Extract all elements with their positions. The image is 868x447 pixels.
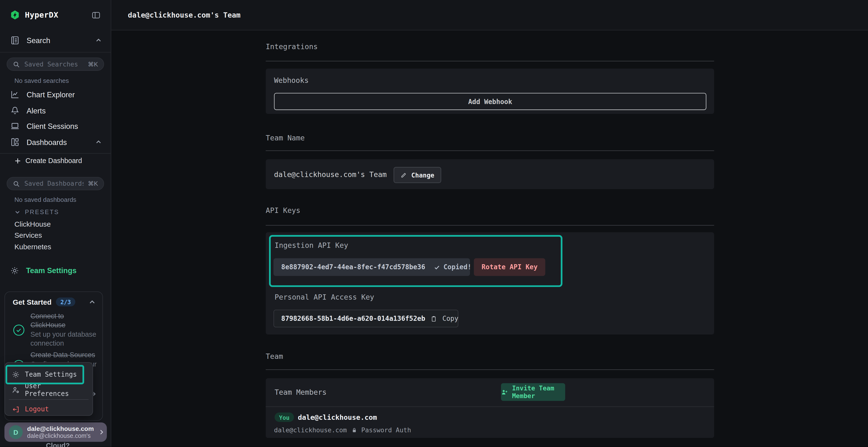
preset-services[interactable]: Services — [14, 231, 42, 239]
copied-label: Copied! — [443, 263, 471, 271]
member-details: dale@clickhouse.com Password Auth — [274, 426, 411, 434]
add-webhook-button[interactable]: Add Webhook — [274, 93, 706, 110]
search-icon — [13, 180, 20, 187]
avatar: D — [9, 425, 23, 439]
notebook-icon — [10, 35, 20, 45]
presets-label: PRESETS — [25, 209, 59, 215]
chevron-right-icon — [98, 429, 104, 435]
menu-divider — [9, 399, 89, 400]
get-started-title: Get Started — [13, 298, 52, 306]
row-divider — [266, 407, 714, 407]
no-saved-dashboards-text: No saved dashboards — [14, 196, 76, 203]
app-window: HyperDX Search ⌘K No saved searches — [0, 0, 868, 447]
saved-searches-search[interactable]: ⌘K — [7, 58, 104, 71]
change-team-name-button[interactable]: Change — [394, 167, 441, 183]
section-rule — [266, 225, 714, 226]
section-rule — [266, 61, 714, 61]
team-members-label: Team Members — [275, 388, 327, 397]
sidebar-item-label: Chart Explorer — [27, 90, 75, 99]
saved-dashboards-input[interactable] — [23, 179, 84, 188]
team-name-card: dale@clickhouse.com's Team Change — [266, 159, 714, 189]
ingestion-key-chip[interactable]: 8e887902-4ed7-44ea-8fec-f47cd578be36 Cop… — [273, 258, 470, 276]
sidebar-item-dashboards[interactable]: Dashboards — [10, 137, 102, 147]
pencil-icon — [400, 171, 407, 179]
copy-label: Copy — [442, 314, 458, 322]
chart-line-icon — [10, 90, 20, 100]
integrations-heading: Integrations — [266, 43, 318, 51]
sidebar-item-label: Search — [27, 36, 50, 44]
account-chip[interactable]: D dale@clickhouse.com dale@clickhouse.co… — [4, 422, 107, 442]
personal-key-chip[interactable]: 87982668-58b1-4d6e-a620-014a136f52eb Cop… — [273, 310, 458, 327]
member-name: dale@clickhouse.com — [298, 413, 377, 421]
team-members-card: Team Members Invite Team Member You dale… — [266, 378, 714, 438]
no-saved-searches-text: No saved searches — [14, 77, 69, 84]
check-circle-icon — [13, 324, 25, 336]
logout-icon — [11, 405, 20, 413]
invite-label: Invite Team Member — [512, 384, 565, 400]
saved-searches-input[interactable] — [23, 60, 84, 69]
app-logo: HyperDX — [10, 10, 58, 20]
saved-dashboards-search[interactable]: ⌘K — [7, 177, 104, 190]
invite-team-member-button[interactable]: Invite Team Member — [501, 383, 565, 401]
progress-badge: 2/3 — [56, 298, 75, 306]
get-started-partial-text: Cloud? — [46, 442, 70, 447]
member-email: dale@clickhouse.com — [274, 426, 347, 434]
laptop-icon — [10, 121, 20, 131]
app-brand: HyperDX — [25, 10, 58, 20]
sidebar-divider — [0, 153, 111, 153]
gear-icon — [11, 370, 20, 378]
chevron-down-icon — [14, 209, 21, 215]
sidebar-collapse-icon[interactable] — [91, 10, 101, 20]
get-started-step-connect[interactable]: Connect to ClickHouse Set up your databa… — [13, 312, 98, 348]
sidebar-item-label: Client Sessions — [27, 122, 78, 130]
personal-key-value: 87982668-58b1-4d6e-a620-014a136f52eb — [281, 314, 425, 322]
sidebar-item-label: Alerts — [27, 106, 45, 115]
sidebar: HyperDX Search ⌘K No saved searches — [0, 0, 111, 447]
menu-item-logout[interactable]: Logout — [5, 402, 93, 417]
plus-icon — [14, 158, 21, 164]
get-started-header[interactable]: Get Started 2/3 — [5, 292, 102, 309]
sidebar-item-chart-explorer[interactable]: Chart Explorer — [10, 90, 102, 100]
webhooks-card: Webhooks Add Webhook — [266, 69, 714, 114]
sidebar-divider — [0, 52, 111, 53]
team-name-heading: Team Name — [266, 134, 305, 142]
check-icon — [434, 264, 440, 270]
user-plus-icon — [501, 388, 508, 396]
gear-icon — [10, 266, 19, 275]
preset-kubernetes[interactable]: Kubernetes — [14, 243, 51, 251]
search-icon — [13, 61, 20, 68]
team-settings-label: Team Settings — [26, 267, 77, 275]
dashboard-grid-icon — [10, 137, 20, 147]
team-settings-content: Integrations Webhooks Add Webhook Team N… — [266, 30, 714, 447]
team-heading: Team — [266, 352, 283, 360]
step-title: Connect to ClickHouse — [30, 312, 98, 330]
rotate-api-key-button[interactable]: Rotate API Key — [474, 258, 545, 276]
sidebar-item-alerts[interactable]: Alerts — [10, 106, 102, 115]
clipboard-icon — [430, 315, 437, 322]
sidebar-item-team-settings[interactable]: Team Settings — [10, 266, 76, 275]
menu-item-label: Team Settings — [25, 370, 77, 378]
ingestion-key-value: 8e887902-4ed7-44ea-8fec-f47cd578be36 — [281, 263, 425, 271]
ingestion-key-label: Ingestion API Key — [275, 241, 348, 249]
presets-toggle[interactable]: PRESETS — [14, 209, 59, 215]
user-gear-icon — [11, 386, 20, 394]
menu-item-label: Logout — [25, 405, 49, 413]
sidebar-item-search[interactable]: Search — [10, 35, 102, 45]
page-title: dale@clickhouse.com's Team — [128, 11, 240, 19]
menu-item-user-preferences[interactable]: User Preferences — [5, 382, 93, 398]
you-badge: You — [275, 413, 294, 422]
sidebar-item-client-sessions[interactable]: Client Sessions — [10, 121, 102, 131]
preset-clickhouse[interactable]: ClickHouse — [14, 220, 51, 228]
hyperdx-logo-icon — [10, 10, 20, 20]
account-context-menu: Team Settings User Preferences Logout — [4, 362, 93, 416]
main-area: dale@clickhouse.com's Team Integrations … — [111, 0, 868, 447]
personal-key-label: Personal API Access Key — [275, 293, 374, 301]
team-name-value: dale@clickhouse.com's Team — [274, 170, 386, 178]
auth-method-label: Password Auth — [361, 426, 411, 434]
section-rule — [266, 370, 714, 370]
api-keys-heading: API Keys — [266, 206, 301, 214]
shortcut-hint: ⌘K — [88, 61, 98, 68]
menu-item-team-settings[interactable]: Team Settings — [5, 367, 93, 382]
create-dashboard-button[interactable]: Create Dashboard — [14, 157, 82, 165]
shortcut-hint: ⌘K — [88, 180, 98, 187]
